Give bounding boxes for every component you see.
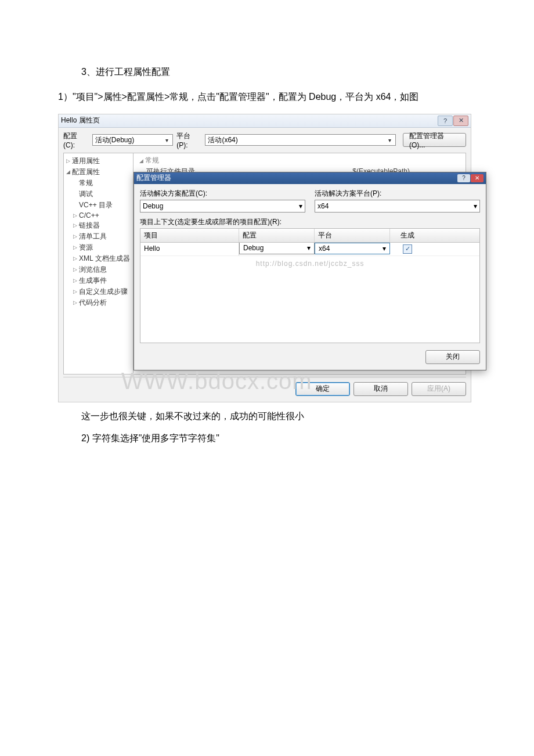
cancel-button[interactable]: 取消 <box>353 382 408 396</box>
close-button[interactable]: ✕ <box>453 116 468 126</box>
cm-col-config: 配置 <box>239 229 315 242</box>
cm-col-project: 项目 <box>140 229 239 242</box>
cm-table: 项目 配置 平台 生成 Hello Debug ▾ <box>140 228 480 343</box>
chevron-down-icon: ▾ <box>386 136 393 143</box>
panel-group-title: 常规 <box>145 156 159 164</box>
cm-col-build: 生成 <box>390 229 425 242</box>
config-select[interactable]: 活动(Debug) ▾ <box>92 134 173 146</box>
cm-cell-config-value: Debug <box>243 244 264 252</box>
tree-cc[interactable]: C/C++ <box>79 211 99 219</box>
config-manager-button[interactable]: 配置管理器(O)... <box>403 133 466 147</box>
cm-active-cfg-select[interactable]: Debug ▾ <box>140 200 305 213</box>
cm-help-button[interactable]: ? <box>457 174 470 182</box>
apply-button[interactable]: 应用(A) <box>412 382 466 396</box>
tree-buildev[interactable]: 生成事件 <box>79 276 107 286</box>
tree-vcdir[interactable]: VC++ 目录 <box>79 200 113 210</box>
cm-table-row: Hello Debug ▾ x64 ▾ <box>140 243 479 256</box>
cm-cell-config[interactable]: Debug ▾ <box>239 243 315 254</box>
help-button[interactable]: ? <box>438 116 453 126</box>
cm-col-platform: 平台 <box>315 229 390 242</box>
step-description: 1）"项目">属性>配置属性>常规，点击"配置管理器"，配置为 Debug，平台… <box>0 89 534 106</box>
screenshot-figure: Hello 属性页 ? ✕ 配置(C): 活动(Debug) ▾ 平台(P): … <box>58 114 471 402</box>
cm-active-plt-value: x64 <box>317 202 329 210</box>
platform-select-value: 活动(x64) <box>208 135 237 145</box>
config-manager-dialog: 配置管理器 ? ✕ 活动解决方案配置(C): <box>134 172 486 370</box>
cm-close-button[interactable]: ✕ <box>471 174 484 182</box>
note-text: 这一步也很关键，如果不改过来的，成功的可能性很小 <box>0 408 534 425</box>
tree-browse[interactable]: 浏览信息 <box>79 265 107 275</box>
chevron-down-icon: ▾ <box>383 244 386 253</box>
cm-active-plt-label: 活动解决方案平台(P): <box>315 189 480 199</box>
cm-active-plt-select[interactable]: x64 ▾ <box>315 200 480 213</box>
tree-code[interactable]: 代码分析 <box>79 298 107 308</box>
tree-res[interactable]: 资源 <box>79 243 93 253</box>
tree-xml[interactable]: XML 文档生成器 <box>79 254 130 264</box>
cm-cell-platform[interactable]: x64 ▾ <box>315 243 390 254</box>
tree-linker[interactable]: 链接器 <box>79 221 100 231</box>
cm-close-dialog-button[interactable]: 关闭 <box>425 350 480 364</box>
tree-custom[interactable]: 自定义生成步骤 <box>79 287 128 297</box>
tree-debug[interactable]: 调试 <box>79 189 93 199</box>
tree-manifest[interactable]: 清单工具 <box>79 232 107 242</box>
cm-cell-build[interactable]: ✓ <box>390 243 425 255</box>
chevron-down-icon: ▾ <box>307 244 311 252</box>
property-tree[interactable]: ▷通用属性 ◢配置属性 常规 调试 VC++ 目录 ▷C/C++ ▷链接器 ▷清… <box>64 153 134 374</box>
config-label: 配置(C): <box>63 131 89 149</box>
cm-cell-project: Hello <box>140 243 239 255</box>
step2-text: 2) 字符集选择"使用多字节字符集" <box>0 430 534 447</box>
checkbox-icon[interactable]: ✓ <box>403 244 412 254</box>
ok-button[interactable]: 确定 <box>295 382 350 396</box>
window-title: Hello 属性页 <box>61 116 100 125</box>
chevron-down-icon: ▾ <box>474 202 477 210</box>
tree-common[interactable]: 通用属性 <box>72 156 100 166</box>
chevron-down-icon: ▾ <box>163 136 170 143</box>
cm-context-caption: 项目上下文(选定要生成或部署的项目配置)(R): <box>140 217 480 227</box>
cm-title: 配置管理器 <box>136 173 171 183</box>
config-select-value: 活动(Debug) <box>95 135 134 145</box>
watermark-url: http://blog.csdn.net/jccbz_sss <box>256 260 365 268</box>
step-heading: 3、进行工程属性配置 <box>0 64 534 81</box>
chevron-down-icon: ▾ <box>299 202 302 210</box>
tree-cfgprop[interactable]: 配置属性 <box>72 167 100 177</box>
platform-select[interactable]: 活动(x64) ▾ <box>205 134 396 146</box>
cm-titlebar: 配置管理器 ? ✕ <box>134 172 486 184</box>
cm-active-cfg-value: Debug <box>143 202 163 210</box>
tree-general[interactable]: 常规 <box>79 178 93 188</box>
platform-label: 平台(P): <box>176 131 201 149</box>
cm-active-cfg-label: 活动解决方案配置(C): <box>140 189 305 199</box>
window-titlebar: Hello 属性页 ? ✕ <box>59 114 471 128</box>
cm-cell-platform-value: x64 <box>319 244 330 253</box>
